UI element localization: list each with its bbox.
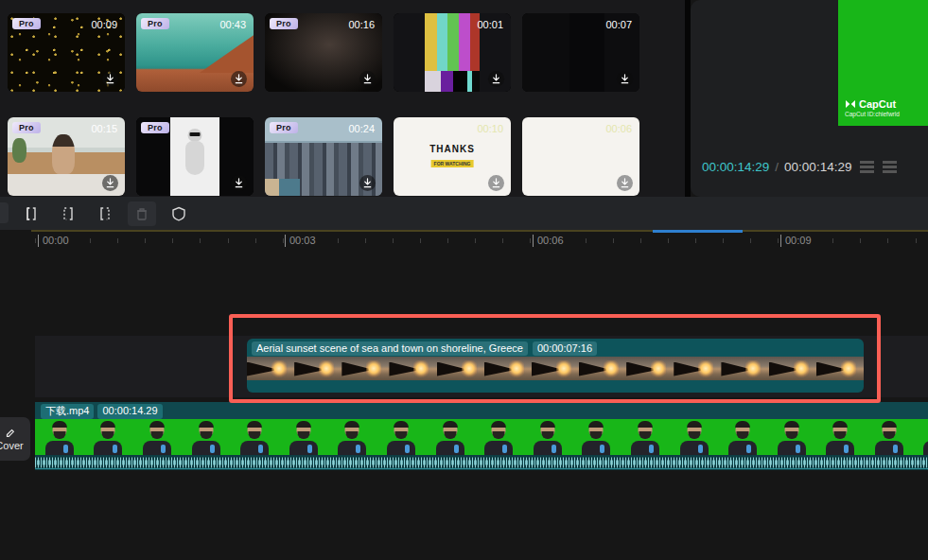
sunset-frame: [769, 357, 816, 380]
media-thumbnail-boxer[interactable]: Pro 00:16: [265, 13, 382, 92]
speaker-body: [534, 441, 562, 455]
duration-label: 00:43: [219, 19, 246, 30]
toolbar-notch: [0, 202, 9, 223]
speaker-frame: [865, 419, 914, 455]
dancer-body: [185, 141, 204, 175]
speaker-hair: [588, 421, 604, 428]
playhead-time-display: 00:00:14:29 / 00:00:14:29: [702, 160, 897, 174]
download-icon[interactable]: [488, 71, 504, 87]
sunset-frame: [389, 357, 436, 380]
speaker-beard: [53, 431, 65, 439]
overlay-clip[interactable]: Aerial sunset scene of sea and town on s…: [247, 339, 864, 393]
speaker-hair: [491, 421, 506, 428]
speaker-beard: [200, 431, 212, 439]
speaker-microphone: [796, 445, 800, 453]
speaker-microphone: [502, 445, 507, 453]
watermark-id-text: CapCut ID:chiefwrld: [845, 111, 900, 117]
speaker-microphone: [63, 445, 68, 453]
speaker-body: [680, 441, 709, 455]
media-thumbnail-thanks-card[interactable]: THANKS FOR WATCHING 00:10: [394, 117, 511, 196]
sunset-frame: [626, 357, 674, 380]
speaker-frame: [621, 419, 670, 455]
speaker-beard: [834, 431, 847, 439]
speaker-beard: [394, 431, 407, 439]
split-icon[interactable]: [17, 201, 45, 226]
mask-icon[interactable]: [165, 201, 193, 226]
duration-label: 00:07: [605, 19, 632, 30]
sunset-frame: [437, 357, 484, 380]
speaker-hair: [882, 421, 897, 428]
speaker-microphone: [307, 445, 312, 453]
download-icon[interactable]: [231, 71, 247, 87]
speaker-beard: [249, 431, 261, 439]
media-thumbnail-color-bars[interactable]: 00:01: [394, 13, 511, 92]
delete-icon[interactable]: [128, 201, 156, 226]
speaker-frame: [523, 419, 572, 455]
media-thumbnail-dancer[interactable]: Pro: [136, 117, 254, 196]
speaker-microphone: [893, 445, 898, 453]
speaker-frame: [182, 419, 231, 455]
pro-badge: Pro: [12, 122, 41, 133]
download-icon[interactable]: [102, 175, 118, 191]
speaker-frame: [132, 419, 182, 455]
media-thumbnail-gold-particles[interactable]: Pro 00:09: [8, 13, 125, 92]
capcut-editor-window: Pro 00:09 Pro 00:43 Pro 00:16 00:01 00:0…: [0, 0, 928, 560]
speaker-hair: [784, 421, 799, 428]
download-icon[interactable]: [231, 175, 247, 191]
media-library-panel: Pro 00:09 Pro 00:43 Pro 00:16 00:01 00:0…: [0, 0, 685, 197]
sunset-frame: [294, 357, 341, 380]
download-icon[interactable]: [102, 71, 118, 87]
video-preview-frame[interactable]: CapCut CapCut ID:chiefwrld: [838, 0, 928, 126]
edit-cover-button[interactable]: Cover: [0, 417, 30, 461]
waveform-bars-inner: [35, 461, 928, 465]
download-icon[interactable]: [359, 175, 376, 191]
duration-label: 00:10: [477, 123, 503, 134]
clip-filename-label: 下载.mp4: [41, 404, 94, 419]
speaker-body: [778, 441, 806, 455]
speaker-body: [192, 441, 220, 455]
speaker-microphone: [356, 445, 360, 453]
speaker-microphone: [844, 445, 849, 453]
display-mode-icon-2[interactable]: [883, 161, 897, 173]
speaker-frame: [572, 419, 622, 455]
audio-waveform: [35, 455, 928, 470]
speaker-frame: [35, 419, 84, 455]
pro-badge: Pro: [141, 18, 169, 29]
speaker-microphone: [210, 445, 215, 453]
split-left-icon[interactable]: [54, 201, 82, 226]
media-thumbnail-black[interactable]: 00:07: [522, 13, 639, 92]
greenscreen-filmstrip: [35, 419, 928, 455]
media-thumbnail-city[interactable]: Pro 00:24: [265, 117, 382, 196]
total-time: 00:00:14:29: [784, 160, 851, 174]
split-right-icon[interactable]: [91, 201, 119, 226]
media-thumbnail-bathroom[interactable]: Pro 00:15: [8, 117, 125, 196]
duration-label: 00:06: [605, 123, 632, 134]
speaker-frame: [670, 419, 719, 455]
speaker-body: [923, 441, 928, 455]
sunset-filmstrip: [247, 357, 864, 380]
main-video-clip[interactable]: 下载.mp4 00:00:14.29: [35, 402, 928, 470]
timeline-scroll-indicator[interactable]: [653, 230, 743, 233]
timeline-ruler[interactable]: 00:00 00:03 00:06 00:09: [0, 230, 928, 252]
speaker-hair: [735, 421, 750, 428]
speaker-body: [289, 441, 318, 455]
clip-duration-label: 00:00:14.29: [97, 404, 162, 419]
speaker-frame: [474, 419, 523, 455]
display-mode-icon[interactable]: [860, 161, 874, 173]
speaker-beard: [785, 431, 797, 439]
speaker-hair: [638, 421, 653, 428]
duration-label: 00:16: [348, 19, 375, 30]
main-clip-header: 下载.mp4 00:00:14.29: [35, 402, 928, 419]
sunset-frame: [484, 357, 532, 380]
download-icon[interactable]: [617, 71, 633, 87]
speaker-beard: [590, 431, 603, 439]
speaker-hair: [344, 421, 359, 428]
download-icon[interactable]: [488, 175, 504, 191]
speaker-frame: [426, 419, 475, 455]
media-thumbnail-white-card[interactable]: 00:06: [522, 117, 639, 196]
speaker-beard: [493, 431, 505, 439]
download-icon[interactable]: [359, 71, 376, 87]
ruler-top-line: [31, 230, 928, 232]
media-thumbnail-ocean[interactable]: Pro 00:43: [136, 13, 254, 92]
download-icon[interactable]: [617, 175, 633, 191]
